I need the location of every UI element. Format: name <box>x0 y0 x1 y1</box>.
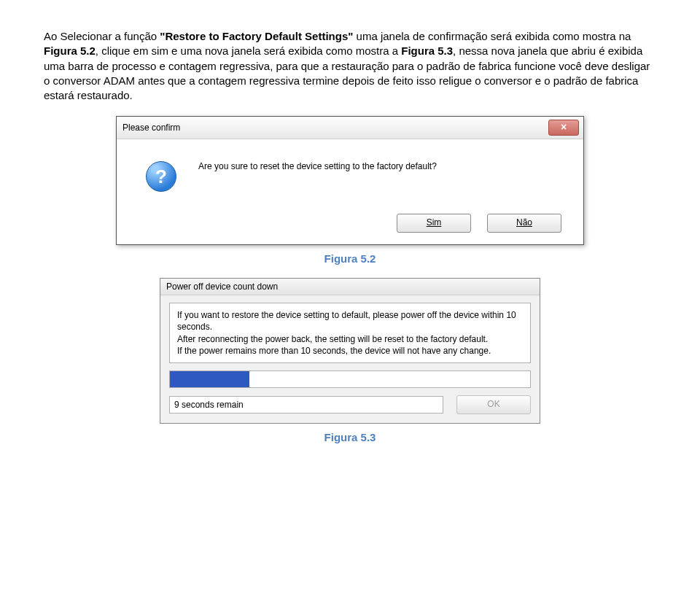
p-quoted: "Restore to Factory Default Settings" <box>160 30 353 42</box>
remaining-time-field: 9 seconds remain <box>169 396 443 414</box>
countdown-dialog: Power off device count down If you want … <box>160 278 540 424</box>
intro-paragraph: Ao Selecionar a função "Restore to Facto… <box>44 29 656 103</box>
progress-fill <box>170 371 249 387</box>
p-text: uma janela de confirmação será exibida c… <box>353 30 631 42</box>
countdown-bottom-row: 9 seconds remain OK <box>169 395 531 414</box>
figure-caption-1: Figura 5.2 <box>44 252 656 265</box>
no-button[interactable]: Não <box>487 214 561 233</box>
countdown-message-box: If you want to restore the device settin… <box>169 303 531 363</box>
confirm-dialog-message: Are you sure to reset the device setting… <box>198 161 437 171</box>
question-icon: ? <box>146 161 176 192</box>
confirm-dialog-titlebar: Please confirm × <box>117 117 583 139</box>
countdown-msg-line: If the power remains more than 10 second… <box>177 345 523 357</box>
countdown-dialog-title: Power off device count down <box>160 279 540 295</box>
figure-caption-2: Figura 5.3 <box>44 431 656 443</box>
no-button-label: Não <box>516 217 532 228</box>
p-figref-1: Figura 5.2 <box>44 44 96 57</box>
countdown-dialog-inner: If you want to restore the device settin… <box>160 295 540 423</box>
p-text: , clique em sim e uma nova janela será e… <box>96 44 401 57</box>
confirm-dialog-body: ? Are you sure to reset the device setti… <box>117 139 583 214</box>
yes-button-label: Sim <box>427 217 442 228</box>
yes-button[interactable]: Sim <box>397 214 471 233</box>
confirm-dialog-buttons: Sim Não <box>117 214 583 244</box>
close-icon[interactable]: × <box>548 120 579 136</box>
p-text: Ao Selecionar a função <box>44 30 160 42</box>
ok-button[interactable]: OK <box>456 395 531 414</box>
p-figref-2: Figura 5.3 <box>401 44 453 57</box>
confirm-dialog: Please confirm × ? Are you sure to reset… <box>116 116 584 245</box>
confirm-dialog-title: Please confirm <box>121 123 180 133</box>
countdown-msg-line: After reconnecting the power back, the s… <box>177 333 523 345</box>
countdown-msg-line: If you want to restore the device settin… <box>177 309 523 333</box>
progress-bar <box>169 370 531 388</box>
